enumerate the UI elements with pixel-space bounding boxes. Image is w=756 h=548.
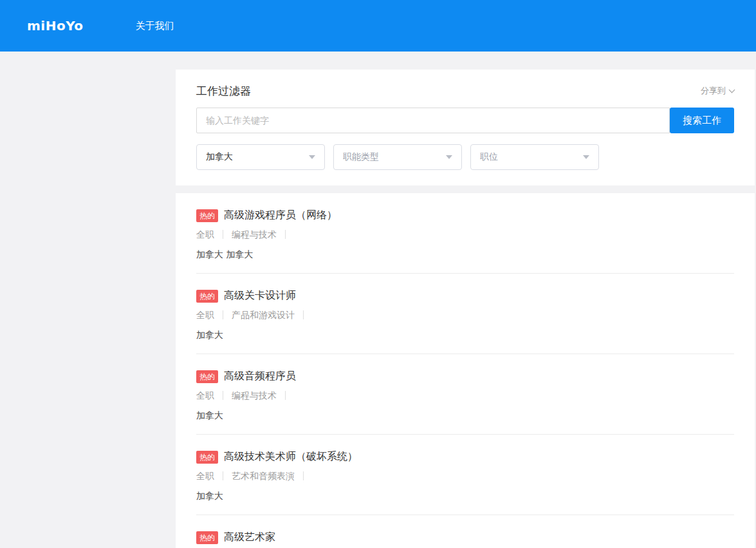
hot-badge: 热的 [196, 370, 218, 383]
job-title-row: 热的 高级技术美术师（破坏系统） [196, 450, 734, 464]
position-dropdown-value: 职位 [480, 151, 498, 163]
job-location: 加拿大 [196, 491, 734, 502]
job-tag: 产品和游戏设计 [232, 310, 304, 319]
job-tags-row: 全职 编程与技术 [196, 390, 734, 401]
function-type-dropdown-value: 职能类型 [343, 151, 379, 163]
job-title-row: 热的 高级艺术家 [196, 531, 734, 544]
chevron-down-icon [729, 86, 735, 93]
search-jobs-button[interactable]: 搜索工作 [670, 108, 734, 133]
filter-title: 工作过滤器 [196, 84, 251, 99]
hot-badge: 热的 [196, 209, 218, 222]
job-title-row: 热的 高级游戏程序员（网络） [196, 209, 734, 222]
job-item[interactable]: 热的 高级游戏程序员（网络） 全职 编程与技术 加拿大 加拿大 [196, 193, 734, 274]
main-content: 工作过滤器 分享到 搜索工作 加拿大 职能类型 职位 [176, 70, 755, 548]
job-tag: 全职 [196, 230, 223, 239]
job-title-row: 热的 高级音频程序员 [196, 370, 734, 383]
caret-down-icon [583, 155, 589, 159]
nav-about-us[interactable]: 关于我们 [136, 20, 174, 32]
filter-header: 工作过滤器 分享到 [196, 84, 734, 98]
top-header: miHoYo 关于我们 [0, 0, 756, 52]
hot-badge: 热的 [196, 451, 218, 464]
job-tags-row: 全职 产品和游戏设计 [196, 309, 734, 321]
job-location: 加拿大 加拿大 [196, 249, 734, 261]
job-item[interactable]: 热的 高级艺术家 [196, 515, 734, 548]
job-item[interactable]: 热的 高级关卡设计师 全职 产品和游戏设计 加拿大 [196, 274, 734, 354]
job-title-row: 热的 高级关卡设计师 [196, 289, 734, 303]
job-title: 高级游戏程序员（网络） [224, 209, 337, 222]
job-filter-card: 工作过滤器 分享到 搜索工作 加拿大 职能类型 职位 [176, 70, 755, 185]
job-tag: 全职 [196, 310, 223, 319]
share-button[interactable]: 分享到 [701, 85, 734, 97]
job-tags-row: 全职 艺术和音频表演 [196, 470, 734, 482]
caret-down-icon [446, 155, 452, 159]
search-row: 搜索工作 [196, 108, 734, 133]
job-tag: 全职 [196, 471, 223, 480]
job-tags-row: 全职 编程与技术 [196, 229, 734, 240]
job-item[interactable]: 热的 高级技术美术师（破坏系统） 全职 艺术和音频表演 加拿大 [196, 435, 734, 515]
job-keyword-input[interactable] [196, 108, 670, 133]
caret-down-icon [309, 155, 315, 159]
job-item[interactable]: 热的 高级音频程序员 全职 编程与技术 加拿大 [196, 354, 734, 435]
job-tag: 全职 [196, 391, 223, 400]
location-dropdown[interactable]: 加拿大 [196, 144, 325, 170]
job-location: 加拿大 [196, 410, 734, 422]
job-title: 高级关卡设计师 [224, 289, 296, 303]
job-title: 高级艺术家 [224, 531, 275, 544]
filter-dropdown-row: 加拿大 职能类型 职位 [196, 144, 734, 170]
job-tag: 艺术和音频表演 [232, 471, 304, 480]
job-title: 高级音频程序员 [224, 370, 296, 383]
hot-badge: 热的 [196, 531, 218, 544]
mihoyo-logo[interactable]: miHoYo [27, 18, 84, 33]
job-list-card: 热的 高级游戏程序员（网络） 全职 编程与技术 加拿大 加拿大 热的 高级关卡设… [176, 193, 755, 548]
hot-badge: 热的 [196, 290, 218, 303]
location-dropdown-value: 加拿大 [206, 151, 233, 163]
position-dropdown[interactable]: 职位 [470, 144, 599, 170]
share-label: 分享到 [701, 85, 726, 97]
job-tag: 编程与技术 [232, 391, 286, 400]
job-tag: 编程与技术 [232, 230, 286, 239]
function-type-dropdown[interactable]: 职能类型 [333, 144, 462, 170]
job-location: 加拿大 [196, 330, 734, 341]
job-title: 高级技术美术师（破坏系统） [224, 450, 358, 464]
